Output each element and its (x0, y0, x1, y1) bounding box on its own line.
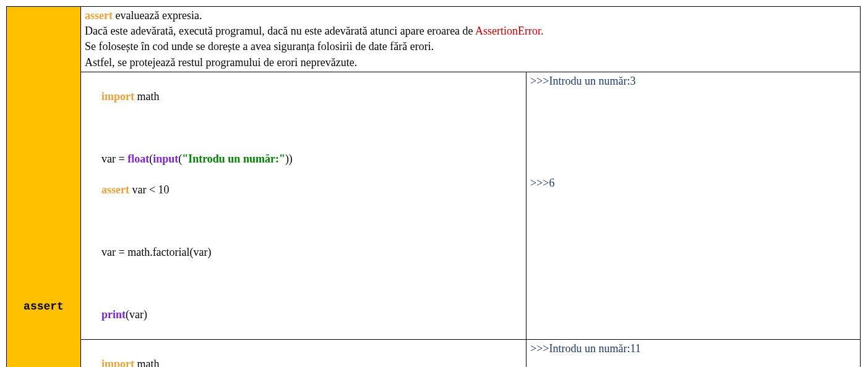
out-result-6: 6 (549, 177, 554, 189)
desc-assert-kw: assert (85, 9, 113, 22)
out-input-11: Introdu un număr:11 (549, 342, 640, 355)
description-cell: assert evaluează expresia. Dacă este ade… (81, 7, 861, 72)
code-print-kw: print (101, 308, 126, 321)
desc-line3: Se folosește în cod unde se dorește a av… (85, 40, 434, 53)
code-import-kw: import (101, 358, 134, 367)
code-import-mod: math (134, 90, 160, 103)
desc-assertion-error: AssertionError. (475, 25, 543, 37)
code-factorial: var = math.factorial(var) (101, 246, 212, 258)
code-assert-expr: var < 10 (129, 184, 170, 196)
example2-code-cell: import math var = float(input("Introdu u… (81, 339, 526, 367)
code-assert-kw: assert (101, 184, 129, 196)
out-prompt: >>> (530, 342, 549, 355)
code-import-kw: import (101, 90, 134, 103)
assert-reference-table: assert assert evaluează expresia. Dacă e… (6, 6, 861, 367)
example2-output-cell: >>>Introdu un număr:11 >>>Traceback (mos… (526, 339, 861, 367)
out-prompt: >>> (530, 75, 549, 87)
desc-line1-rest: evaluează expresia. (113, 9, 202, 22)
code-var-eq: var = (101, 153, 127, 165)
code-input-kw: input (153, 153, 178, 165)
keyword-label: assert (24, 300, 64, 313)
example1-output-cell: >>>Introdu un număr:3 >>>6 (526, 72, 861, 339)
keyword-cell: assert (7, 7, 81, 368)
desc-line2a: Dacă este adevărată, execută programul, … (85, 25, 475, 37)
code-close-parens: )) (285, 153, 293, 165)
out-prompt: >>> (530, 177, 549, 189)
example1-code-cell: import math var = float(input("Introdu u… (81, 72, 526, 339)
code-float-kw: float (127, 153, 149, 165)
code-import-mod: math (134, 358, 160, 367)
out-input-3: Introdu un număr:3 (549, 75, 635, 87)
desc-line4: Astfel, se protejează restul programului… (85, 56, 357, 69)
code-print-arg: (var) (126, 308, 147, 321)
code-string-lit: "Introdu un număr:" (182, 153, 285, 165)
